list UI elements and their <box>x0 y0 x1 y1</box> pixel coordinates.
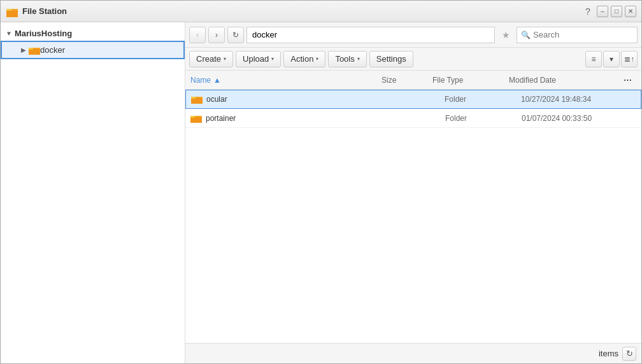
file-date-cell: 01/07/2024 00:33:50 <box>522 114 636 123</box>
maximize-button[interactable]: □ <box>611 6 622 17</box>
back-button[interactable]: ‹ <box>189 27 206 43</box>
app-icon <box>6 5 18 18</box>
help-button[interactable]: ? <box>581 5 594 18</box>
sidebar-item-label: docker <box>40 45 65 55</box>
toolbar-actions: Create ▾ Upload ▾ Action ▾ Tools ▾ Setti… <box>185 48 641 71</box>
column-file-type: File Type <box>432 76 509 85</box>
svg-rect-8 <box>191 98 203 104</box>
sort-button[interactable]: ≣↑ <box>621 51 638 67</box>
minimize-button[interactable]: – <box>597 6 608 17</box>
view-dropdown-button[interactable]: ▾ <box>603 51 620 67</box>
file-list-header: Name ▲ Size File Type Modified Date ⋯ <box>185 71 641 90</box>
window-title: File Station <box>22 6 581 16</box>
svg-rect-9 <box>191 97 196 99</box>
refresh-nav-button[interactable]: ↻ <box>227 27 244 43</box>
status-refresh-button[interactable]: ↻ <box>622 347 636 361</box>
file-type-cell: Folder <box>445 95 521 104</box>
folder-arrow-icon: ▶ <box>21 46 26 53</box>
settings-button[interactable]: Settings <box>369 51 413 67</box>
file-name-cell: portainer <box>190 114 394 123</box>
view-buttons: ≡ ▾ ≣↑ <box>585 51 638 67</box>
folder-icon <box>29 46 40 55</box>
upload-caret-icon: ▾ <box>271 56 274 62</box>
table-row[interactable]: portainer Folder 01/07/2024 00:33:50 <box>185 109 641 128</box>
path-input[interactable] <box>246 27 495 43</box>
right-panel: ‹ › ↻ ★ 🔍 Create ▾ Upload ▾ <box>185 22 641 363</box>
svg-rect-5 <box>29 49 40 55</box>
column-name: Name ▲ <box>190 76 382 85</box>
folder-icon <box>191 95 203 104</box>
search-input[interactable] <box>533 30 633 39</box>
window-controls: ? – □ ✕ <box>581 5 636 18</box>
search-icon: 🔍 <box>521 31 531 39</box>
sidebar-root-item[interactable]: ▼ MariusHosting <box>1 26 185 41</box>
status-bar: items ↻ <box>185 343 641 363</box>
close-button[interactable]: ✕ <box>625 6 636 17</box>
sort-icon: ▲ <box>213 76 221 85</box>
create-button[interactable]: Create ▾ <box>189 51 233 67</box>
main-layout: ▼ MariusHosting ▶ docker ‹ › ↻ ★ <box>1 22 641 363</box>
file-station-window: File Station ? – □ ✕ ▼ MariusHosting ▶ d… <box>0 0 642 364</box>
sidebar-item-docker[interactable]: ▶ docker <box>1 41 185 59</box>
file-date-cell: 10/27/2024 19:48:34 <box>521 95 636 104</box>
search-box: 🔍 <box>517 27 638 43</box>
table-row[interactable]: ocular Folder 10/27/2024 19:48:34 <box>185 90 641 109</box>
folder-icon <box>190 114 202 123</box>
tools-caret-icon: ▾ <box>357 56 360 62</box>
forward-button[interactable]: › <box>208 27 225 43</box>
file-name-cell: ocular <box>191 95 394 104</box>
toolbar-top: ‹ › ↻ ★ 🔍 <box>185 22 641 48</box>
column-more: ⋯ <box>624 75 636 85</box>
svg-rect-12 <box>190 116 195 118</box>
upload-button[interactable]: Upload ▾ <box>236 51 281 67</box>
root-arrow-icon: ▼ <box>6 30 12 37</box>
favorite-button[interactable]: ★ <box>497 27 514 43</box>
column-modified-date: Modified Date <box>509 76 624 85</box>
sidebar: ▼ MariusHosting ▶ docker <box>1 22 185 363</box>
svg-rect-6 <box>29 48 33 50</box>
file-list: Name ▲ Size File Type Modified Date ⋯ <box>185 71 641 343</box>
sidebar-root-label: MariusHosting <box>15 29 72 38</box>
items-label: items <box>599 349 618 358</box>
svg-rect-3 <box>6 11 18 17</box>
action-caret-icon: ▾ <box>316 56 318 62</box>
title-bar: File Station ? – □ ✕ <box>1 1 641 22</box>
column-size: Size <box>382 76 432 85</box>
action-button[interactable]: Action ▾ <box>283 51 325 67</box>
list-view-button[interactable]: ≡ <box>585 51 602 67</box>
svg-rect-11 <box>190 117 202 123</box>
create-caret-icon: ▾ <box>224 56 226 62</box>
tools-button[interactable]: Tools ▾ <box>328 51 366 67</box>
file-type-cell: Folder <box>445 114 522 123</box>
